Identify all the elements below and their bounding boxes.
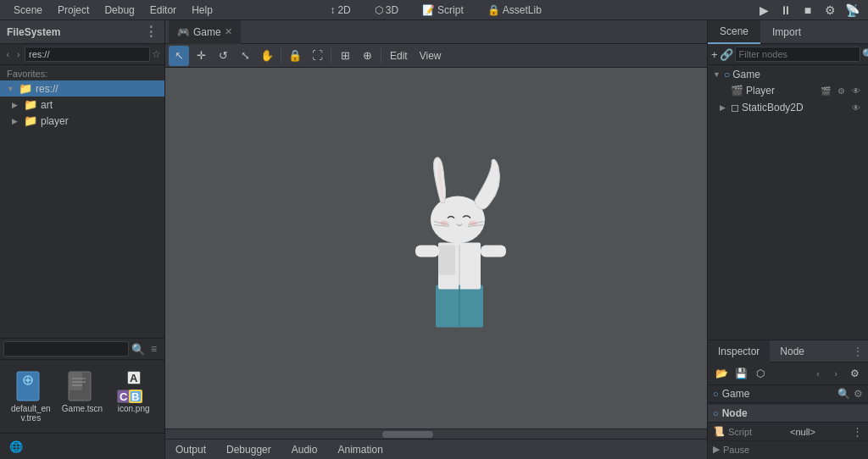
viewport[interactable] bbox=[165, 68, 707, 429]
menu-project[interactable]: Project bbox=[51, 3, 96, 18]
tool-lock[interactable]: 🔒 bbox=[285, 46, 305, 66]
bottom-tab-audio[interactable]: Audio bbox=[288, 442, 321, 457]
fs-search-bar: 🔍 ≡ bbox=[0, 338, 164, 359]
scroll-thumb[interactable] bbox=[382, 431, 433, 438]
inspector-options-icon[interactable]: ⋮ bbox=[848, 346, 868, 357]
tab-import[interactable]: Import bbox=[760, 20, 813, 44]
player-action-script[interactable]: ⚙ bbox=[834, 84, 848, 97]
fs-favorites-label: Favorites: bbox=[0, 67, 164, 80]
bottom-tab-debugger[interactable]: Debugger bbox=[223, 442, 275, 457]
inspector-section-header-node[interactable]: ○ Node bbox=[708, 405, 868, 423]
insp-history-btn[interactable]: 📂 bbox=[713, 365, 730, 382]
insp-resource-btn[interactable]: ⬡ bbox=[752, 365, 769, 382]
insp-forward-btn[interactable]: › bbox=[828, 366, 843, 381]
insp-settings-btn[interactable]: ⚙ bbox=[846, 365, 863, 382]
tool-snap2[interactable]: ⊕ bbox=[357, 46, 377, 66]
player-node-actions: 🎬 ⚙ 👁 bbox=[819, 84, 863, 97]
player-action-scene[interactable]: 🎬 bbox=[819, 84, 832, 97]
fs-nav-bar: ‹ › ☆ bbox=[0, 44, 164, 65]
svg-rect-16 bbox=[481, 246, 506, 257]
view-menu-button[interactable]: View bbox=[415, 48, 447, 64]
scene-filter-input[interactable] bbox=[735, 47, 860, 62]
fs-search-button[interactable]: 🔍 bbox=[131, 341, 145, 357]
tool-select[interactable]: ↖ bbox=[169, 46, 189, 66]
tool-scale[interactable]: ⤡ bbox=[235, 46, 255, 66]
stop-button[interactable]: ■ bbox=[798, 1, 817, 19]
fs-file-env[interactable]: default_env.tres bbox=[7, 367, 55, 426]
scene-search-icon: 🔍 bbox=[862, 48, 868, 60]
fs-search-input[interactable] bbox=[3, 341, 129, 357]
script-row-menu[interactable]: ⋮ bbox=[852, 425, 863, 438]
tool-hand[interactable]: ✋ bbox=[257, 46, 277, 66]
filesystem-title: FileSystem bbox=[7, 26, 60, 38]
fs-file-png[interactable]: A C B icon.png bbox=[109, 367, 158, 426]
svg-rect-7 bbox=[69, 372, 82, 390]
insp-back-btn[interactable]: ‹ bbox=[810, 366, 826, 381]
fs-path-input[interactable] bbox=[25, 47, 150, 62]
play-button[interactable]: ▶ bbox=[754, 1, 773, 19]
mode-3d[interactable]: ⬡ 3D bbox=[368, 3, 405, 18]
fs-forward-button[interactable]: › bbox=[14, 47, 24, 62]
scene-link-button[interactable]: 🔗 bbox=[720, 46, 733, 63]
section-node-icon: ○ bbox=[713, 408, 719, 418]
tab-game-icon: 🎮 bbox=[177, 26, 190, 38]
staticbody-action-visible[interactable]: 👁 bbox=[849, 101, 863, 114]
mode-assetlib[interactable]: 🔒 AssetLib bbox=[481, 3, 548, 18]
inspector-settings-icon[interactable]: ⚙ bbox=[854, 388, 863, 400]
menu-scene[interactable]: Scene bbox=[7, 3, 49, 18]
inspector-search-icon[interactable]: 🔍 bbox=[837, 388, 850, 400]
mode-script[interactable]: 📝 Script bbox=[415, 3, 470, 18]
tool-rotate[interactable]: ↺ bbox=[213, 46, 233, 66]
inspector-tabs: Inspector Node ⋮ bbox=[708, 340, 868, 362]
insp-save-btn[interactable]: 💾 bbox=[732, 365, 749, 382]
tab-game[interactable]: 🎮 Game ✕ bbox=[169, 20, 241, 44]
inspector-toolbar: 📂 💾 ⬡ ‹ › ⚙ bbox=[708, 362, 868, 385]
fs-file-icon-env bbox=[14, 370, 47, 404]
tab-inspector[interactable]: Inspector bbox=[708, 340, 770, 362]
fs-tree-item-res[interactable]: ▼ 📁 res:// bbox=[0, 80, 164, 97]
bottom-tab-animation[interactable]: Animation bbox=[334, 442, 386, 457]
viewport-scrollbar[interactable] bbox=[165, 429, 707, 439]
tab-node[interactable]: Node bbox=[770, 340, 815, 362]
scene-add-button[interactable]: + bbox=[711, 46, 718, 63]
filesystem-menu-icon[interactable]: ⋮ bbox=[144, 24, 158, 40]
inspector-title-icon: ○ bbox=[713, 389, 719, 399]
inspector-title: ○ Game 🔍 ⚙ bbox=[708, 385, 868, 403]
fs-file-tscn[interactable]: Game.tscn bbox=[58, 367, 107, 426]
game-node-icon: ○ bbox=[724, 69, 730, 80]
scene-node-game[interactable]: ▼ ○ Game bbox=[708, 67, 868, 82]
scene-tree: ▼ ○ Game 🎬 Player 🎬 ⚙ 👁 ▶ ◻ StaticBody2D bbox=[708, 65, 868, 340]
section-node-label: Node bbox=[722, 407, 748, 419]
menu-help[interactable]: Help bbox=[185, 3, 220, 18]
menu-editor[interactable]: Editor bbox=[143, 3, 183, 18]
player-action-visible[interactable]: 👁 bbox=[849, 84, 863, 97]
menu-debug[interactable]: Debug bbox=[97, 3, 141, 18]
bottom-tab-output[interactable]: Output bbox=[172, 442, 209, 457]
fs-tree-item-player[interactable]: ▶ 📁 player bbox=[0, 113, 164, 129]
bottom-tabs: Output Debugger Audio Animation bbox=[165, 439, 707, 459]
fs-globe-icon[interactable]: 🌐 bbox=[7, 437, 25, 456]
mode-2d[interactable]: ↕ 2D bbox=[323, 3, 357, 18]
fs-bookmark-icon[interactable]: ☆ bbox=[152, 47, 161, 62]
remote-button[interactable]: 📡 bbox=[843, 1, 861, 19]
fs-tree-item-art[interactable]: ▶ 📁 art bbox=[0, 97, 164, 113]
viewport-inner bbox=[165, 68, 707, 429]
scene-node-staticbody[interactable]: ▶ ◻ StaticBody2D 👁 bbox=[708, 99, 868, 116]
tool-move[interactable]: ✛ bbox=[191, 46, 211, 66]
fs-files-grid: default_env.tres Game.tscn bbox=[0, 359, 164, 433]
tool-snap[interactable]: ⊞ bbox=[335, 46, 355, 66]
debug-button[interactable]: ⚙ bbox=[821, 1, 839, 19]
scene-node-player[interactable]: 🎬 Player 🎬 ⚙ 👁 bbox=[708, 82, 868, 99]
play-controls: ▶ ⏸ ■ ⚙ 📡 bbox=[754, 1, 861, 19]
fs-back-button[interactable]: ‹ bbox=[3, 47, 13, 62]
pause-button[interactable]: ⏸ bbox=[776, 1, 795, 19]
tab-scene[interactable]: Scene bbox=[708, 20, 760, 44]
toolbar-separator-3 bbox=[381, 48, 381, 64]
fs-file-icon-tscn bbox=[65, 370, 99, 404]
fs-list-view-button[interactable]: ≡ bbox=[147, 341, 161, 357]
tab-close-button[interactable]: ✕ bbox=[225, 26, 232, 37]
inspector-row-pause[interactable]: ▶ Pause bbox=[708, 441, 868, 457]
edit-menu-button[interactable]: Edit bbox=[385, 48, 413, 64]
tool-group[interactable]: ⛶ bbox=[307, 46, 327, 66]
staticbody-node-icon: ◻ bbox=[731, 102, 739, 113]
